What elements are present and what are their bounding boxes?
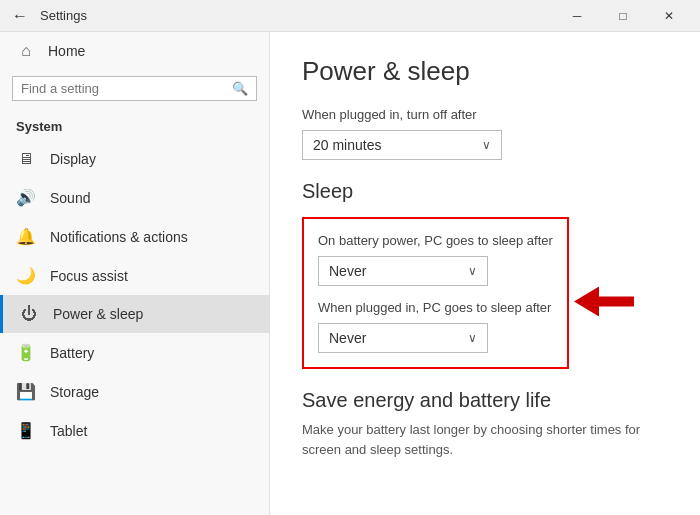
sidebar-item-label: Storage xyxy=(50,384,99,400)
power-off-value: 20 minutes xyxy=(313,137,381,153)
save-energy-description: Make your battery last longer by choosin… xyxy=(302,420,662,459)
sleep-options-box: On battery power, PC goes to sleep after… xyxy=(302,217,569,369)
page-title: Power & sleep xyxy=(302,56,668,87)
sidebar-item-notifications[interactable]: 🔔 Notifications & actions xyxy=(0,217,269,256)
window-controls: ─ □ ✕ xyxy=(554,0,692,32)
power-icon: ⏻ xyxy=(19,305,39,323)
sidebar-item-tablet[interactable]: 📱 Tablet xyxy=(0,411,269,450)
restore-button[interactable]: □ xyxy=(600,0,646,32)
tablet-icon: 📱 xyxy=(16,421,36,440)
sidebar-item-storage[interactable]: 💾 Storage xyxy=(0,372,269,411)
titlebar: ← Settings ─ □ ✕ xyxy=(0,0,700,32)
sidebar-item-label: Focus assist xyxy=(50,268,128,284)
chevron-down-icon: ∨ xyxy=(468,264,477,278)
close-button[interactable]: ✕ xyxy=(646,0,692,32)
power-off-dropdown[interactable]: 20 minutes ∨ xyxy=(302,130,502,160)
save-energy-title: Save energy and battery life xyxy=(302,389,668,412)
search-icon: 🔍 xyxy=(232,81,248,96)
focus-icon: 🌙 xyxy=(16,266,36,285)
sidebar-item-label: Notifications & actions xyxy=(50,229,188,245)
plugged-sleep-label: When plugged in, PC goes to sleep after xyxy=(318,300,553,315)
home-label: Home xyxy=(48,43,85,59)
back-button[interactable]: ← xyxy=(8,4,32,28)
sidebar-item-sound[interactable]: 🔊 Sound xyxy=(0,178,269,217)
storage-icon: 💾 xyxy=(16,382,36,401)
sidebar-item-display[interactable]: 🖥 Display xyxy=(0,140,269,178)
sidebar-section-label: System xyxy=(0,107,269,140)
plugged-sleep-value: Never xyxy=(329,330,366,346)
svg-marker-0 xyxy=(574,287,634,317)
chevron-down-icon: ∨ xyxy=(468,331,477,345)
chevron-down-icon: ∨ xyxy=(482,138,491,152)
sidebar-item-label: Power & sleep xyxy=(53,306,143,322)
sidebar-item-battery[interactable]: 🔋 Battery xyxy=(0,333,269,372)
notifications-icon: 🔔 xyxy=(16,227,36,246)
sound-icon: 🔊 xyxy=(16,188,36,207)
red-arrow-indicator xyxy=(574,287,634,320)
sidebar-item-label: Display xyxy=(50,151,96,167)
battery-icon: 🔋 xyxy=(16,343,36,362)
battery-sleep-value: Never xyxy=(329,263,366,279)
titlebar-title: Settings xyxy=(40,8,554,23)
power-off-label: When plugged in, turn off after xyxy=(302,107,668,122)
sidebar-item-power[interactable]: ⏻ Power & sleep xyxy=(0,295,269,333)
plugged-sleep-dropdown[interactable]: Never ∨ xyxy=(318,323,488,353)
sidebar: ⌂ Home 🔍 System 🖥 Display 🔊 Sound 🔔 Noti… xyxy=(0,32,270,515)
content-area: Power & sleep When plugged in, turn off … xyxy=(270,32,700,515)
sidebar-item-label: Sound xyxy=(50,190,90,206)
sidebar-item-home[interactable]: ⌂ Home xyxy=(0,32,269,70)
minimize-button[interactable]: ─ xyxy=(554,0,600,32)
display-icon: 🖥 xyxy=(16,150,36,168)
sidebar-item-label: Battery xyxy=(50,345,94,361)
sidebar-item-focus[interactable]: 🌙 Focus assist xyxy=(0,256,269,295)
search-box[interactable]: 🔍 xyxy=(12,76,257,101)
home-icon: ⌂ xyxy=(16,42,36,60)
battery-sleep-label: On battery power, PC goes to sleep after xyxy=(318,233,553,248)
battery-sleep-dropdown[interactable]: Never ∨ xyxy=(318,256,488,286)
sidebar-item-label: Tablet xyxy=(50,423,87,439)
main-layout: ⌂ Home 🔍 System 🖥 Display 🔊 Sound 🔔 Noti… xyxy=(0,32,700,515)
search-input[interactable] xyxy=(21,81,226,96)
sleep-section-title: Sleep xyxy=(302,180,668,203)
